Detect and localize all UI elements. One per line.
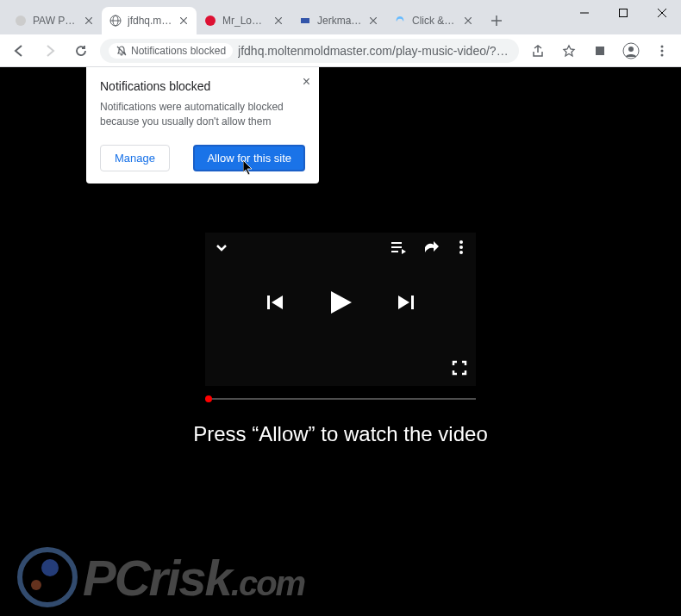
close-icon[interactable] [272,15,284,27]
notification-popup: × Notifications blocked Notifications we… [86,67,319,184]
url-field[interactable]: Notifications blocked jfdhq.moltenmoldma… [100,39,519,63]
svg-rect-20 [267,296,270,309]
address-bar: Notifications blocked jfdhq.moltenmoldma… [0,34,681,67]
close-window-button[interactable] [642,0,681,26]
favicon-icon [203,14,217,28]
next-button[interactable] [397,293,415,315]
maximize-button[interactable] [603,0,642,26]
video-player [205,233,476,386]
back-button[interactable] [7,39,31,63]
svg-point-4 [205,16,216,26]
previous-button[interactable] [266,293,284,315]
more-icon[interactable] [455,240,467,258]
fullscreen-button[interactable] [452,360,467,379]
watermark: PCrisk.com [17,547,304,607]
watermark-logo-icon [17,547,78,607]
svg-point-17 [459,240,463,244]
tab-1-active[interactable]: jfdhq.molt [102,7,197,34]
close-icon[interactable] [83,15,95,27]
tab-title: Click &quo [412,15,457,27]
tab-4[interactable]: Click &quo [386,7,481,34]
favicon-icon [298,14,312,28]
tab-title: Mr_Londo [222,15,267,27]
globe-icon [109,14,122,28]
progress-bar[interactable] [205,398,476,400]
allow-button[interactable]: Allow for this site [193,145,305,171]
queue-icon[interactable] [390,240,407,258]
extensions-button[interactable] [588,39,612,63]
browser-titlebar: PAW Patro jfdhq.molt Mr_Londo Jerkmate |… [0,0,681,34]
close-icon[interactable] [367,15,379,27]
cursor-icon [243,160,255,176]
tab-0[interactable]: PAW Patro [7,7,102,34]
favicon-icon [393,14,407,28]
chip-label: Notifications blocked [131,45,226,57]
play-button[interactable] [326,288,355,320]
tab-title: jfdhq.molt [128,15,172,27]
svg-point-12 [661,49,664,52]
svg-point-0 [16,16,26,26]
player-controls [205,288,476,320]
svg-rect-8 [596,47,604,55]
manage-button[interactable]: Manage [100,145,170,171]
popup-close-button[interactable]: × [303,74,310,90]
svg-rect-7 [619,9,627,17]
share-icon[interactable] [422,240,440,258]
tab-3[interactable]: Jerkmate | [291,7,386,34]
share-button[interactable] [526,39,550,63]
popup-body: Notifications were automatically blocked… [100,100,305,129]
svg-rect-21 [411,296,414,309]
forward-button [38,39,62,63]
svg-point-13 [661,53,664,56]
watermark-text: PCrisk.com [83,549,304,607]
popup-actions: Manage Allow for this site [100,145,305,171]
popup-title: Notifications blocked [100,79,305,93]
svg-point-10 [628,47,634,52]
svg-point-19 [459,251,463,254]
tab-2[interactable]: Mr_Londo [197,7,291,34]
tab-strip: PAW Patro jfdhq.molt Mr_Londo Jerkmate |… [0,0,509,34]
close-icon[interactable] [462,15,474,27]
bookmark-button[interactable] [557,39,581,63]
menu-button[interactable] [650,39,674,63]
url-text: jfdhq.moltenmoldmaster.com/play-music-vi… [238,44,510,58]
svg-point-11 [661,45,664,47]
svg-point-18 [459,246,463,249]
collapse-icon[interactable] [214,240,229,258]
window-controls [565,0,681,26]
player-top-bar [205,233,476,265]
profile-button[interactable] [619,39,643,63]
minimize-button[interactable] [565,0,603,26]
progress-handle[interactable] [205,395,212,402]
close-icon[interactable] [178,15,190,27]
tab-title: PAW Patro [33,15,78,27]
reload-button[interactable] [69,39,93,63]
new-tab-button[interactable] [484,9,509,33]
page-content: × Notifications blocked Notifications we… [0,67,681,616]
bell-slash-icon [116,45,128,57]
svg-rect-5 [301,18,309,23]
notifications-blocked-chip[interactable]: Notifications blocked [109,43,233,59]
instruction-text: Press “Allow” to watch the video [0,422,681,446]
tab-title: Jerkmate | [317,15,362,27]
favicon-icon [14,14,28,28]
